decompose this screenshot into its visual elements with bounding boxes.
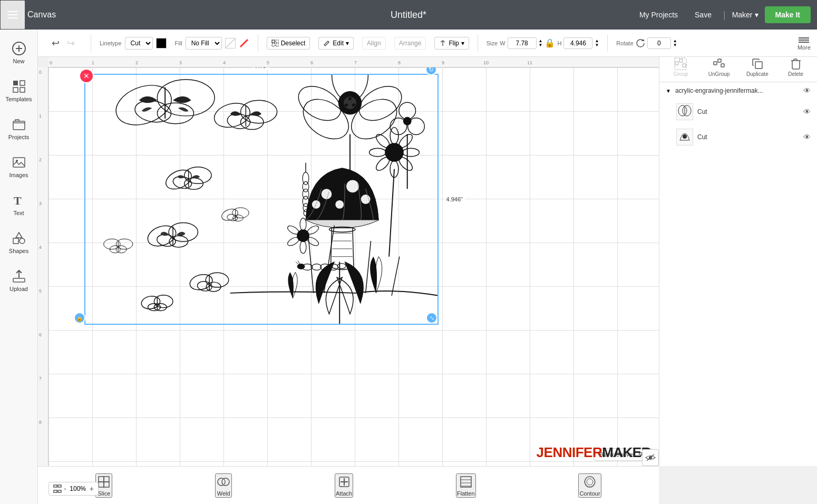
layer-item-2[interactable]: Cut 👁 [659,124,817,150]
make-it-button[interactable]: Make It [765,6,811,23]
sidebar-projects-label: Projects [8,134,30,140]
save-button[interactable]: Save [689,7,717,22]
bottom-bar: Slice Weld Attach Flatten Contour [38,466,659,504]
aspect-lock-icon[interactable]: 🔒 [544,38,555,48]
pen-color-swatch[interactable] [239,38,249,49]
layer-item-1[interactable]: Cut 👁 [659,99,817,124]
delete-selection-button[interactable]: ✕ [79,69,94,83]
svg-rect-171 [461,477,471,487]
arrange-label: Arrange [399,40,422,47]
toolbar-divider-1 [91,35,91,52]
svg-text:4: 4 [39,245,42,250]
sidebar-item-upload[interactable]: Upload [0,261,38,299]
flatten-button[interactable]: Flatten [456,473,476,498]
sidebar-images-label: Images [9,172,28,178]
layer-2-name: Cut [697,133,799,141]
my-projects-button[interactable]: My Projects [634,7,683,22]
more-area[interactable]: More [797,36,811,51]
svg-line-141 [392,257,400,296]
layer-group-visibility-icon[interactable]: 👁 [803,86,811,95]
size-h-stepper[interactable]: ▲▼ [595,39,599,47]
layer-1-visibility-icon[interactable]: 👁 [803,108,811,116]
sidebar-item-text[interactable]: T Text [0,186,38,224]
edit-button[interactable]: Edit ▾ [318,37,354,50]
zoom-plus-button[interactable]: + [90,484,94,493]
contour-label: Contour [579,490,600,497]
duplicate-button[interactable]: Duplicate [741,55,775,79]
svg-point-96 [345,103,348,106]
toolbar: ↩ ↪ Linetype Cut Fill No Fill Deselect E… [38,30,817,57]
svg-line-5 [328,41,329,42]
layer-1-name: Cut [697,108,799,115]
contour-icon [582,474,597,489]
svg-text:9: 9 [442,60,444,65]
linetype-select[interactable]: Cut [125,37,153,50]
zoom-minus-button[interactable]: - [64,484,66,493]
maker-selector-button[interactable]: Maker ▾ [732,11,758,19]
attach-button[interactable]: Attach [335,473,353,498]
sidebar-item-projects[interactable]: Projects [0,110,38,148]
size-w-input[interactable] [508,37,537,49]
flip-button[interactable]: Flip ▾ [434,37,469,50]
linetype-color-swatch[interactable] [156,38,167,49]
selection-height-label: 4.946" [444,196,465,203]
svg-text:4: 4 [223,60,226,65]
svg-point-82 [104,239,121,249]
undo-button[interactable]: ↩ [48,36,63,50]
upload-icon [12,269,26,284]
svg-point-95 [352,103,355,106]
fill-no-fill-indicator[interactable] [225,38,236,49]
sidebar-item-templates[interactable]: Templates [0,72,38,110]
group-button[interactable]: Group [664,55,698,79]
toolbar-divider-4 [607,35,608,52]
sidebar-item-new[interactable]: New [0,34,38,72]
svg-point-109 [346,180,359,192]
rotate-input[interactable] [647,37,671,49]
fill-label: Fill [175,40,182,46]
maker-label: Maker [732,11,753,19]
canvas-hide-button[interactable] [642,449,659,466]
edit-label: Edit [333,40,344,47]
arrange-button[interactable]: Arrange [394,37,426,50]
main-canvas[interactable]: ✕ [48,67,659,466]
weld-icon [216,474,231,489]
layer-2-visibility-icon[interactable]: 👁 [803,133,811,141]
svg-marker-23 [16,232,22,238]
layer-group-header[interactable]: ▼ acrylic-engraving-jennifermak... 👁 [659,82,817,99]
flip-dropdown-icon: ▾ [461,40,464,47]
svg-rect-1 [272,40,275,43]
weld-button[interactable]: Weld [215,473,232,498]
rotate-stepper[interactable]: ▲▼ [673,39,677,47]
svg-rect-14 [20,81,25,85]
svg-rect-155 [718,59,721,62]
size-w-stepper[interactable]: ▲▼ [539,39,543,47]
svg-point-72 [140,295,161,311]
align-label: Align [367,40,381,47]
size-h-label: H [557,40,561,46]
linetype-group: Linetype Cut [100,37,167,50]
svg-line-0 [240,40,248,47]
deselect-button[interactable]: Deselect [267,37,310,50]
duplicate-icon [751,57,764,70]
layers-list: ▼ acrylic-engraving-jennifermak... 👁 Cut… [659,82,817,466]
redo-button[interactable]: ↪ [64,36,78,50]
svg-point-108 [322,189,332,199]
sidebar-item-shapes[interactable]: Shapes [0,224,38,261]
fill-select[interactable]: No Fill [186,37,222,50]
attach-icon [337,474,352,489]
ungroup-button[interactable]: UnGroup [702,55,736,79]
header-right-actions: My Projects Save | Maker ▾ Make It [634,6,811,23]
sidebar-item-images[interactable]: Images [0,148,38,186]
delete-button[interactable]: Delete [779,55,813,79]
selection-width-label: 7.78" [252,67,270,70]
size-h-input[interactable] [563,37,592,49]
flatten-label: Flatten [457,490,475,497]
contour-button[interactable]: Contour [578,473,601,498]
svg-text:8: 8 [398,60,401,65]
rotate-icon [636,38,645,48]
align-button[interactable]: Align [362,37,386,50]
hamburger-button[interactable] [0,0,25,30]
size-w-label: W [500,40,505,46]
lock-handle[interactable]: 🔒 [74,312,85,324]
svg-rect-152 [683,64,686,67]
